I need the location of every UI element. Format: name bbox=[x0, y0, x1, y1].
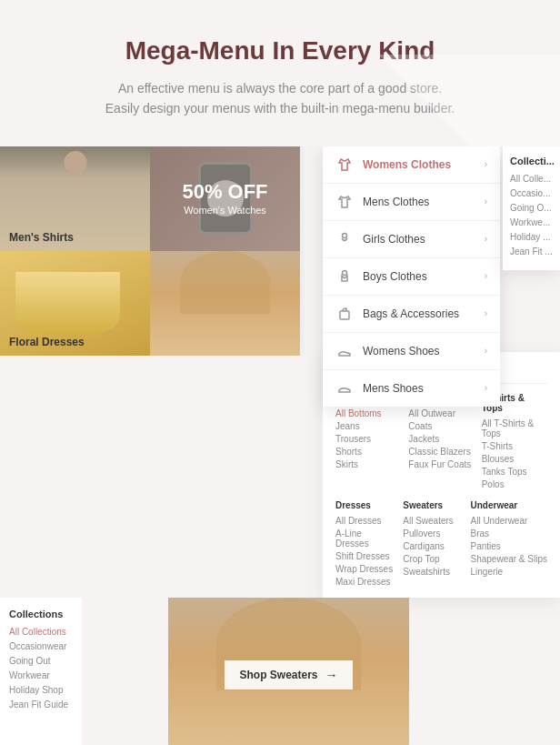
link-blouses[interactable]: Blouses bbox=[482, 454, 547, 464]
mens-shirts-cell: Men's Shirts bbox=[0, 146, 150, 251]
collections-title: Collecti... bbox=[510, 156, 553, 166]
menu-item-womens-clothes[interactable]: Womens Clothes › bbox=[323, 146, 500, 184]
link-pullovers[interactable]: Pullovers bbox=[403, 529, 463, 539]
link-faux-fur[interactable]: Faux Fur Coats bbox=[408, 459, 474, 469]
bags-arrow: › bbox=[485, 308, 487, 318]
link-skirts[interactable]: Skirts bbox=[335, 459, 401, 469]
sidebar-holiday[interactable]: Holiday Shop bbox=[9, 685, 73, 695]
bags-icon bbox=[335, 305, 354, 323]
link-all-bottoms[interactable]: All Bottoms bbox=[335, 408, 401, 418]
header-section: Mega-Menu In Every Kind An effective men… bbox=[0, 0, 560, 146]
womens-clothes-icon bbox=[335, 156, 354, 174]
womens-shoes-label: Womens Shoes bbox=[363, 345, 485, 357]
mens-clothes-icon bbox=[335, 193, 354, 211]
mega-row2: Dresses All Dresses A-Line Dresses Shift… bbox=[335, 500, 547, 587]
demo-area: Men's Shirts 50% OFF Women's Watches Flo… bbox=[0, 146, 560, 745]
collections-panel: Collecti... All Colle... Occasio... Goin… bbox=[503, 146, 560, 270]
coll-link-work[interactable]: Workwe... bbox=[510, 217, 553, 227]
mens-shirts-label: Men's Shirts bbox=[9, 231, 74, 244]
mega-row1: Bottoms All Bottoms Jeans Trousers Short… bbox=[335, 393, 547, 489]
bags-label: Bags & Accessories bbox=[363, 307, 485, 320]
mega-col-dresses: Dresses All Dresses A-Line Dresses Shift… bbox=[335, 500, 395, 587]
girls-clothes-icon bbox=[335, 230, 354, 248]
coll-link-holiday[interactable]: Holiday ... bbox=[510, 232, 553, 242]
sweaters-title: Sweaters bbox=[403, 500, 463, 510]
sale-percent: 50% OFF bbox=[182, 181, 267, 203]
coll-link-occasion[interactable]: Occasio... bbox=[510, 188, 553, 198]
womens-clothes-label: Womens Clothes bbox=[363, 158, 485, 171]
womens-clothes-arrow: › bbox=[485, 159, 487, 169]
link-polos[interactable]: Polos bbox=[482, 479, 547, 489]
boys-clothes-label: Boys Clothes bbox=[363, 270, 485, 283]
link-classic-blazers[interactable]: Classic Blazers bbox=[408, 447, 474, 457]
menu-item-bags[interactable]: Bags & Accessories › bbox=[323, 296, 500, 333]
womens-watches-cell: 50% OFF Women's Watches bbox=[150, 146, 300, 251]
sidebar-title: Collections bbox=[9, 609, 73, 619]
mega-col-tshirts: T-Shirts & Tops All T-Shirts & Tops T-Sh… bbox=[482, 393, 547, 489]
link-cardigans[interactable]: Cardigans bbox=[403, 541, 463, 551]
menu-item-mens-shoes[interactable]: Mens Shoes › bbox=[323, 370, 500, 407]
link-all-underwear[interactable]: All Underwear bbox=[471, 516, 548, 526]
link-panties[interactable]: Panties bbox=[471, 541, 548, 551]
arrow-icon: → bbox=[325, 668, 338, 682]
coll-link-all[interactable]: All Colle... bbox=[510, 174, 553, 184]
page-title: Mega-Menu In Every Kind bbox=[36, 36, 524, 65]
mega-col-sweaters: Sweaters All Sweaters Pullovers Cardigan… bbox=[403, 500, 463, 587]
link-shift[interactable]: Shift Dresses bbox=[335, 551, 395, 561]
boys-clothes-arrow: › bbox=[485, 271, 487, 281]
floral-label: Floral Dresses bbox=[9, 336, 85, 348]
menu-item-womens-shoes[interactable]: Womens Shoes › bbox=[323, 333, 500, 370]
mega-col-outerwear: Outerwear All Outwear Coats Jackets Clas… bbox=[408, 393, 474, 489]
mega-col-underwear: Underwear All Underwear Bras Panties Sha… bbox=[471, 500, 548, 587]
link-all-dresses[interactable]: All Dresses bbox=[335, 516, 395, 526]
link-tanks[interactable]: Tanks Tops bbox=[482, 467, 547, 477]
menu-item-mens-clothes[interactable]: Mens Clothes › bbox=[323, 184, 500, 221]
coll-link-jeans[interactable]: Jean Fit ... bbox=[510, 247, 553, 257]
link-jeans[interactable]: Jeans bbox=[335, 421, 401, 431]
link-aline[interactable]: A-Line Dresses bbox=[335, 529, 395, 549]
link-all-tshirts[interactable]: All T-Shirts & Tops bbox=[482, 418, 547, 438]
row1: Men's Shirts 50% OFF Women's Watches Flo… bbox=[0, 146, 560, 356]
mens-clothes-label: Mens Clothes bbox=[363, 196, 485, 208]
link-lingerie[interactable]: Lingerie bbox=[471, 567, 548, 577]
svg-rect-2 bbox=[340, 311, 349, 319]
link-tshirts[interactable]: T-Shirts bbox=[482, 441, 547, 451]
link-coats[interactable]: Coats bbox=[408, 421, 474, 431]
boys-clothes-icon bbox=[335, 267, 354, 286]
left-sidebar: Collections All Collections Occasionwear… bbox=[0, 598, 82, 745]
extra-cell bbox=[150, 251, 300, 356]
header-subtitle: An effective menu is always the core par… bbox=[36, 78, 524, 119]
extra-image bbox=[150, 251, 300, 356]
link-bras[interactable]: Bras bbox=[471, 529, 548, 539]
menu-item-girls-clothes[interactable]: Girls Clothes › bbox=[323, 221, 500, 258]
link-crop-top[interactable]: Crop Top bbox=[403, 554, 463, 564]
mens-shoes-icon bbox=[335, 379, 354, 398]
girls-clothes-arrow: › bbox=[485, 234, 487, 244]
sidebar-jean-fit[interactable]: Jean Fit Guide bbox=[9, 700, 73, 710]
mens-shoes-label: Mens Shoes bbox=[363, 382, 485, 395]
link-wrap[interactable]: Wrap Dresses bbox=[335, 564, 395, 574]
svg-point-1 bbox=[343, 270, 347, 275]
link-jackets[interactable]: Jackets bbox=[408, 434, 474, 444]
sidebar-all-collections[interactable]: All Collections bbox=[9, 627, 73, 637]
sidebar-workwear[interactable]: Workwear bbox=[9, 670, 73, 680]
link-sweatshirts[interactable]: Sweatshirts bbox=[403, 567, 463, 577]
sidebar-occasionwear[interactable]: Occasionwear bbox=[9, 641, 73, 651]
link-maxi[interactable]: Maxi Dresses bbox=[335, 577, 395, 587]
sidebar-going-out[interactable]: Going Out bbox=[9, 656, 73, 666]
menu-item-boys-clothes[interactable]: Boys Clothes › bbox=[323, 258, 500, 296]
mens-clothes-arrow: › bbox=[485, 196, 487, 206]
sweaters-image: Shop Sweaters → bbox=[168, 598, 409, 745]
mens-shoes-arrow: › bbox=[485, 383, 487, 393]
image-grid: Men's Shirts 50% OFF Women's Watches Flo… bbox=[0, 146, 305, 356]
shop-sweaters-button[interactable]: Shop Sweaters → bbox=[225, 660, 352, 690]
mega-col-bottoms: Bottoms All Bottoms Jeans Trousers Short… bbox=[335, 393, 401, 489]
link-all-outwear[interactable]: All Outwear bbox=[408, 408, 474, 418]
main-menu-panel: Womens Clothes › Mens Clothes › bbox=[323, 146, 500, 407]
link-all-sweaters[interactable]: All Sweaters bbox=[403, 516, 463, 526]
link-trousers[interactable]: Trousers bbox=[335, 434, 401, 444]
coll-link-going[interactable]: Going O... bbox=[510, 203, 553, 213]
sale-subtitle: Women's Watches bbox=[184, 205, 266, 216]
link-shorts[interactable]: Shorts bbox=[335, 447, 401, 457]
link-shapewear[interactable]: Shapewear & Slips bbox=[471, 554, 548, 564]
